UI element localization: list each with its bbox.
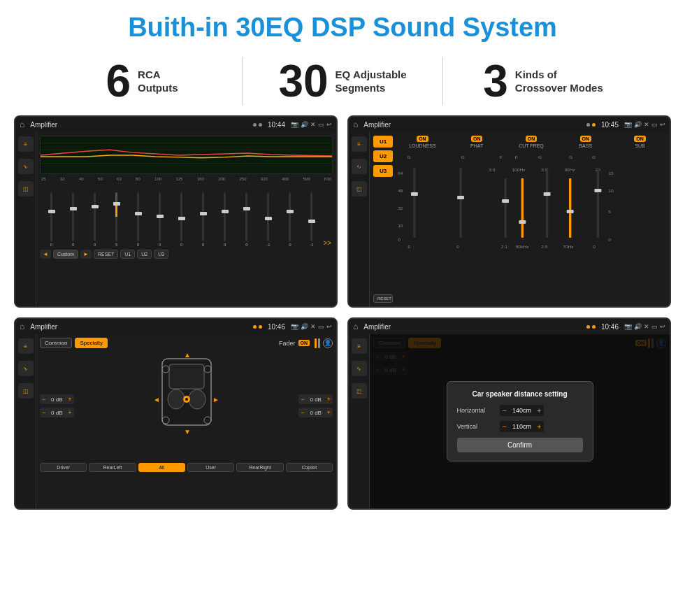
dialog-vertical-row: Vertical − 110cm + bbox=[457, 421, 583, 432]
back-icon-2[interactable]: ↩ bbox=[660, 121, 665, 128]
eq-thumb-10[interactable] bbox=[265, 217, 272, 220]
eq-thumb-8[interactable] bbox=[222, 210, 229, 213]
vertical-minus-btn[interactable]: − bbox=[503, 422, 507, 431]
home-icon-4[interactable]: ⌂ bbox=[353, 322, 358, 331]
freq-200: 200 bbox=[218, 177, 225, 181]
amp2-main: U1 U2 U3 RESET ON LOUDNESS bbox=[370, 132, 670, 306]
fader-specialty-btn[interactable]: Specialty bbox=[75, 338, 107, 348]
eq-thumb-6[interactable] bbox=[178, 217, 185, 220]
fader-sidebar-btn-3[interactable]: ◫ bbox=[18, 383, 34, 399]
amp-preset-u2[interactable]: U2 bbox=[373, 150, 393, 162]
fader-sidebar-btn-1[interactable]: ≡ bbox=[18, 338, 34, 354]
amp-reset-btn[interactable]: RESET bbox=[373, 294, 393, 303]
home-icon-3[interactable]: ⌂ bbox=[20, 322, 24, 331]
vertical-plus-btn[interactable]: + bbox=[537, 422, 541, 431]
zone-user-btn[interactable]: User bbox=[187, 463, 234, 472]
home-icon-1[interactable]: ⌂ bbox=[20, 120, 24, 129]
camera-icon-3: 📷 bbox=[291, 323, 298, 330]
eq-custom-btn[interactable]: Custom bbox=[53, 250, 78, 259]
vol-minus-fr[interactable]: − bbox=[301, 396, 304, 403]
x-icon-2[interactable]: ✕ bbox=[644, 121, 649, 128]
vol-plus-rl[interactable]: + bbox=[68, 409, 71, 416]
fader-sidebar-btn-2[interactable]: ∿ bbox=[18, 361, 34, 376]
freq-80: 80 bbox=[136, 177, 140, 181]
eq-thumb-2[interactable] bbox=[92, 205, 99, 208]
zone-all-btn[interactable]: All bbox=[138, 463, 185, 472]
eq-u2-btn[interactable]: U2 bbox=[137, 250, 152, 259]
svg-text:F: F bbox=[515, 155, 518, 159]
ch-cutfreq-on[interactable]: ON bbox=[526, 136, 538, 142]
vol-plus-rr[interactable]: + bbox=[327, 409, 331, 416]
freq-63: 63 bbox=[117, 177, 122, 181]
fader-common-btn[interactable]: Common bbox=[40, 338, 72, 348]
eq-reset-btn[interactable]: RESET bbox=[94, 250, 118, 259]
amp-preset-u1[interactable]: U1 bbox=[373, 136, 393, 148]
eq-thumb-12[interactable] bbox=[308, 220, 315, 223]
zone-driver-btn[interactable]: Driver bbox=[40, 463, 87, 472]
ch-bass-label: BASS bbox=[579, 143, 592, 148]
ch-sub-on[interactable]: ON bbox=[634, 136, 646, 142]
eq-sidebar-btn-1[interactable]: ≡ bbox=[18, 136, 34, 152]
eq-slider-6: 0 bbox=[171, 192, 192, 247]
eq-more-icon[interactable]: >> bbox=[323, 239, 331, 247]
svg-text:►: ► bbox=[212, 396, 219, 403]
amp-sidebar-btn-2[interactable]: ∿ bbox=[352, 159, 367, 174]
ch-phat-on[interactable]: ON bbox=[471, 136, 483, 142]
eq-thumb-4[interactable] bbox=[135, 212, 142, 215]
user-icon[interactable]: 👤 bbox=[323, 338, 333, 348]
horizontal-plus-btn[interactable]: + bbox=[537, 406, 541, 415]
ch-bass-on[interactable]: ON bbox=[580, 136, 592, 142]
eq-u3-btn[interactable]: U3 bbox=[154, 250, 168, 259]
back-icon-1[interactable]: ↩ bbox=[326, 121, 332, 128]
dialog-sidebar-btn-2[interactable]: ∿ bbox=[352, 361, 367, 376]
rect-icon-3[interactable]: ▭ bbox=[318, 323, 324, 330]
zone-rearleft-btn[interactable]: RearLeft bbox=[89, 463, 136, 472]
eq-thumb-9[interactable] bbox=[243, 207, 250, 210]
vol-minus-rl[interactable]: − bbox=[42, 409, 45, 416]
rect-icon-4[interactable]: ▭ bbox=[651, 323, 658, 330]
amp-sidebar-btn-3[interactable]: ◫ bbox=[352, 181, 367, 196]
eq-sidebar-btn-3[interactable]: ◫ bbox=[18, 181, 34, 196]
eq-next-btn[interactable]: ► bbox=[80, 250, 92, 259]
eq-thumb-7[interactable] bbox=[200, 212, 207, 215]
status-dots-4 bbox=[586, 325, 596, 329]
eq-val-12: -1 bbox=[310, 243, 313, 247]
eq-thumb-5[interactable] bbox=[157, 215, 164, 218]
zone-copilot-btn[interactable]: Copilot bbox=[286, 463, 333, 472]
dialog-sidebar-btn-1[interactable]: ≡ bbox=[352, 338, 367, 354]
sdot1 bbox=[586, 123, 590, 127]
ch-loudness-on[interactable]: ON bbox=[417, 136, 428, 142]
eq-thumb-1[interactable] bbox=[70, 207, 77, 210]
svg-rect-30 bbox=[521, 178, 524, 238]
svg-rect-47 bbox=[169, 364, 204, 389]
vol-plus-fr[interactable]: + bbox=[327, 396, 331, 403]
eq-thumb-11[interactable] bbox=[287, 210, 294, 213]
amp-preset-u3[interactable]: U3 bbox=[373, 165, 393, 177]
eq-sidebar-btn-2[interactable]: ∿ bbox=[18, 159, 34, 174]
zone-rearright-btn[interactable]: RearRight bbox=[236, 463, 283, 472]
eq-thumb-0[interactable] bbox=[48, 210, 55, 213]
eq-thumb-3[interactable] bbox=[113, 202, 120, 206]
amp-sidebar-btn-1[interactable]: ≡ bbox=[352, 136, 367, 152]
eq-u1-btn[interactable]: U1 bbox=[120, 250, 135, 259]
horizontal-minus-btn[interactable]: − bbox=[503, 406, 507, 415]
eq-prev-btn[interactable]: ◄ bbox=[40, 250, 51, 259]
vol-minus-fl[interactable]: − bbox=[42, 396, 45, 403]
vertical-value: 110cm bbox=[510, 423, 534, 430]
vol-minus-rr[interactable]: − bbox=[301, 409, 304, 416]
x-icon-1[interactable]: ✕ bbox=[310, 121, 316, 128]
dialog-sidebar-btn-3[interactable]: ◫ bbox=[352, 383, 367, 399]
back-icon-4[interactable]: ↩ bbox=[660, 323, 665, 330]
x-icon-4[interactable]: ✕ bbox=[644, 323, 649, 330]
back-icon-3[interactable]: ↩ bbox=[326, 323, 332, 330]
horizontal-value: 140cm bbox=[510, 407, 534, 414]
fdot1 bbox=[253, 325, 257, 329]
rect-icon-1[interactable]: ▭ bbox=[318, 121, 324, 128]
x-icon-3[interactable]: ✕ bbox=[310, 323, 316, 330]
eq-slider-11: 0 bbox=[280, 192, 300, 247]
vol-plus-fl[interactable]: + bbox=[68, 396, 71, 403]
confirm-button[interactable]: Confirm bbox=[457, 438, 583, 452]
ch-sub-label: SUB bbox=[635, 143, 644, 148]
rect-icon-2[interactable]: ▭ bbox=[651, 121, 658, 128]
home-icon-2[interactable]: ⌂ bbox=[353, 120, 358, 129]
